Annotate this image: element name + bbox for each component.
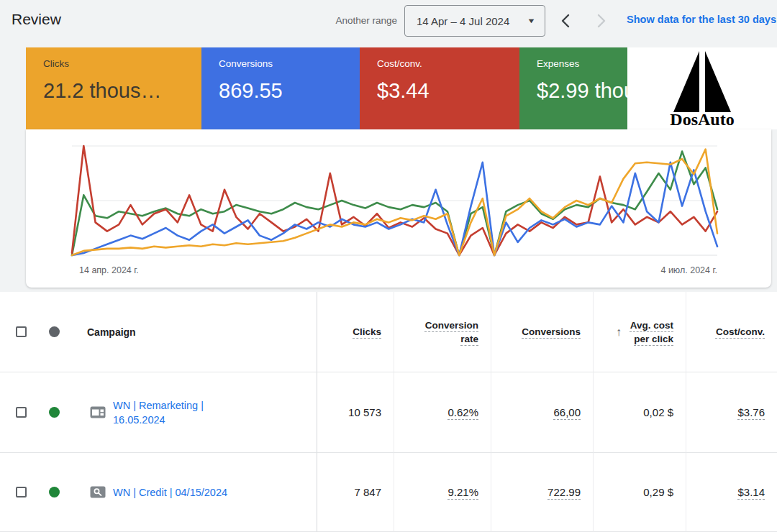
date-range-value: 14 Apr – 4 Jul 2024 [417,15,509,27]
scorecard-value: 869.55 [219,79,360,103]
scorecard-label: Expenses [537,58,630,69]
select-all-checkbox[interactable] [16,326,27,337]
date-range-picker[interactable]: 14 Apr – 4 Jul 2024 ▼ [404,5,545,37]
row-checkbox[interactable] [16,487,27,497]
dosauto-sails-icon [669,49,735,112]
scorecard-clicks[interactable]: Clicks 21.2 thous… [26,47,201,129]
cell-clicks: 10 573 [317,372,394,453]
scorecard-label: Conversions [219,58,360,69]
dosauto-logo-text: DosAuto [627,110,777,129]
next-range-button[interactable] [591,12,610,30]
sort-ascending-icon: ↑ [616,326,622,339]
cell-conversion-rate: 9.21% [394,453,491,532]
page-title: Review [12,11,61,28]
x-axis-end-label: 4 июл. 2024 г. [660,265,717,275]
scorecard-conversions[interactable]: Conversions 869.55 [201,47,360,129]
timeseries-chart [26,129,771,288]
chevron-right-icon [591,12,610,30]
previous-range-button[interactable] [557,12,576,30]
campaign-link[interactable]: WN | Credit | 04/15/2024 [113,485,228,500]
column-header-conversions[interactable]: Conversions [491,292,593,372]
column-header-conversion-rate[interactable]: Conversion rate [394,292,491,372]
status-enabled-dot [49,407,60,418]
overview-section: Review Another range 14 Apr – 4 Jul 2024… [0,0,777,292]
cell-clicks: 7 847 [317,453,394,532]
search-campaign-icon [90,486,106,498]
x-axis-start-label: 14 апр. 2024 г. [79,265,139,275]
status-header-dot [49,326,60,337]
table-row-campaign: WN | Credit | 04/15/2024 [0,453,317,532]
campaigns-table: Campaign Clicks Conversion rate Conversi… [0,292,777,532]
column-header-avg-cpc[interactable]: ↑ Avg. cost per click [593,292,686,372]
scorecard-label: Cost/conv. [377,58,519,69]
cell-conversion-rate: 0.62% [394,372,491,453]
column-header-clicks[interactable]: Clicks [317,292,394,372]
cell-conversions: 66,00 [491,372,593,453]
timeseries-chart-card: 14 апр. 2024 г. 4 июл. 2024 г. [26,129,771,288]
cell-cost-per-conv: $3.76 [686,372,777,453]
scorecard-label: Clicks [43,58,201,69]
table-header-campaign: Campaign [0,292,317,372]
series-expenses [72,152,717,255]
date-range-label: Another range [281,15,397,26]
series-clicks [72,150,717,255]
dosauto-logo: DosAuto [627,47,777,129]
scorecard-expenses[interactable]: Expenses $2.99 thous… [519,47,630,129]
show-last-30-days-link[interactable]: Show data for the last 30 days [627,14,776,25]
display-campaign-icon [90,406,106,418]
scorecard-value: 21.2 thous… [43,79,201,103]
column-header-cost-per-conv[interactable]: Cost/conv. [686,292,777,372]
cell-conversions: 722.99 [491,453,593,532]
scorecard-value: $2.99 thous… [537,79,630,103]
scorecard-value: $3.44 [377,79,519,103]
table-row-campaign: WN | Remarketing | 16.05.2024 [0,372,317,453]
dropdown-caret-icon: ▼ [527,17,535,24]
scorecard-cost-per-conv[interactable]: Cost/conv. $3.44 [360,47,519,129]
column-header-campaign: Campaign [87,326,136,338]
campaign-link[interactable]: WN | Remarketing | 16.05.2024 [113,398,228,427]
cell-cost-per-conv: $3.14 [686,453,777,532]
cell-avg-cpc: 0,02 $ [593,372,686,453]
chevron-left-icon [557,12,576,30]
row-checkbox[interactable] [16,407,27,418]
cell-avg-cpc: 0,29 $ [593,453,686,532]
status-enabled-dot [49,487,60,497]
